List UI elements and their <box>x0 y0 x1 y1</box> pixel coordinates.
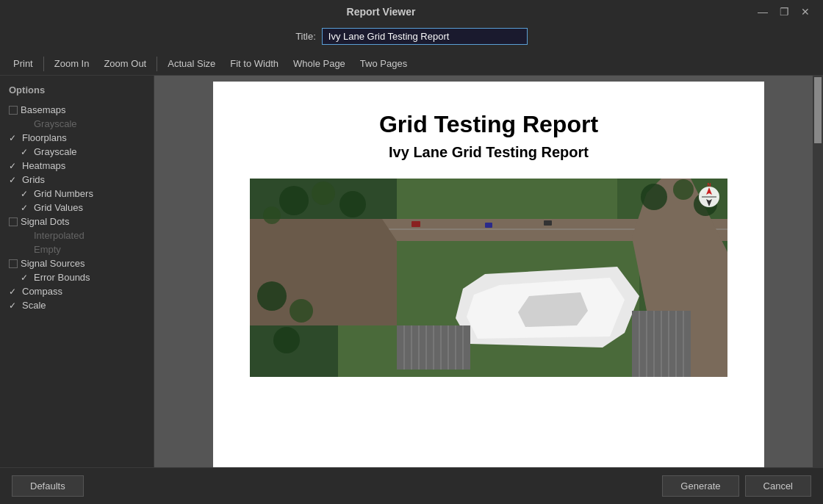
actual-size-button[interactable]: Actual Size <box>160 55 223 72</box>
svg-point-32 <box>339 191 366 217</box>
sidebar-item-empty: Empty <box>6 242 148 256</box>
aerial-image: N <box>250 179 727 377</box>
signal-sources-label: Signal Sources <box>21 258 85 269</box>
sidebar-item-floorplans[interactable]: ✓ Floorplans <box>6 131 148 145</box>
signal-sources-checkbox[interactable] <box>9 259 18 268</box>
grids-label: Grids <box>22 174 45 185</box>
sidebar-item-scale[interactable]: ✓ Scale <box>6 298 148 312</box>
basemaps-label: Basemaps <box>21 104 65 115</box>
svg-point-33 <box>263 206 281 224</box>
error-bounds-label: Error Bounds <box>34 272 90 283</box>
compass-label: Compass <box>22 286 62 297</box>
toolbar-sep-1 <box>43 57 44 71</box>
svg-marker-11 <box>518 292 588 327</box>
grids-check-icon: ✓ <box>9 175 19 185</box>
svg-rect-41 <box>485 223 492 228</box>
grid-values-label: Grid Values <box>34 202 83 213</box>
svg-text:N: N <box>707 182 711 187</box>
sidebar-item-grid-values[interactable]: ✓ Grid Values <box>6 201 148 215</box>
report-subtitle: Ivy Lane Grid Testing Report <box>389 144 589 161</box>
heatmaps-label: Heatmaps <box>22 160 65 171</box>
grayscale-basemap-label: Grayscale <box>34 118 77 129</box>
scrollbar-track[interactable] <box>813 76 823 467</box>
window-title: Report Viewer <box>347 6 416 18</box>
two-pages-button[interactable]: Two Pages <box>353 55 414 72</box>
report-page: Grid Testing Report Ivy Lane Grid Testin… <box>213 82 764 467</box>
scrollbar-thumb[interactable] <box>814 77 822 143</box>
toolbar: Print Zoom In Zoom Out Actual Size Fit t… <box>0 49 823 76</box>
title-bar: Report Viewer — ❐ ✕ <box>0 0 823 24</box>
zoom-in-button[interactable]: Zoom In <box>47 55 97 72</box>
title-label: Title: <box>295 31 316 42</box>
zoom-out-button[interactable]: Zoom Out <box>96 55 154 72</box>
bottom-bar: Defaults Generate Cancel <box>0 467 823 504</box>
report-main-title: Grid Testing Report <box>379 111 598 138</box>
basemaps-checkbox[interactable] <box>9 106 18 115</box>
minimize-button[interactable]: — <box>753 5 772 18</box>
restore-button[interactable]: ❐ <box>775 5 794 18</box>
bottom-right-buttons: Generate Cancel <box>662 475 811 497</box>
svg-rect-42 <box>544 220 552 226</box>
options-title: Options <box>6 84 148 96</box>
sidebar-item-grids[interactable]: ✓ Grids <box>6 173 148 187</box>
svg-rect-40 <box>412 221 420 227</box>
sidebar-item-basemaps[interactable]: Basemaps <box>6 103 148 117</box>
svg-point-37 <box>257 281 287 311</box>
sidebar-item-grid-numbers[interactable]: ✓ Grid Numbers <box>6 187 148 201</box>
svg-point-38 <box>290 299 313 323</box>
sidebar-item-compass[interactable]: ✓ Compass <box>6 284 148 298</box>
svg-point-31 <box>312 181 335 205</box>
generate-button[interactable]: Generate <box>662 475 738 497</box>
compass-check-icon: ✓ <box>9 287 19 297</box>
interpolated-label: Interpolated <box>34 230 85 241</box>
report-preview[interactable]: Grid Testing Report Ivy Lane Grid Testin… <box>154 76 823 467</box>
title-input[interactable] <box>322 28 528 45</box>
sidebar-item-heatmaps[interactable]: ✓ Heatmaps <box>6 159 148 173</box>
fit-to-width-button[interactable]: Fit to Width <box>223 55 286 72</box>
svg-point-35 <box>673 179 694 200</box>
print-button[interactable]: Print <box>6 55 40 72</box>
close-button[interactable]: ✕ <box>797 5 814 18</box>
whole-page-button[interactable]: Whole Page <box>286 55 353 72</box>
svg-point-39 <box>273 327 300 353</box>
defaults-button[interactable]: Defaults <box>12 475 84 497</box>
grid-numbers-label: Grid Numbers <box>34 188 93 199</box>
toolbar-sep-2 <box>157 57 157 71</box>
sidebar-item-signal-sources[interactable]: Signal Sources <box>6 256 148 270</box>
signal-dots-label: Signal Dots <box>21 216 69 227</box>
error-bounds-check-icon: ✓ <box>21 273 31 283</box>
aerial-svg: N <box>250 179 727 377</box>
floorplans-check-icon: ✓ <box>9 133 19 143</box>
grid-numbers-check-icon: ✓ <box>21 189 31 199</box>
sidebar-item-signal-dots[interactable]: Signal Dots <box>6 215 148 228</box>
cancel-button[interactable]: Cancel <box>745 475 811 497</box>
empty-label: Empty <box>34 244 61 255</box>
scale-check-icon: ✓ <box>9 300 19 311</box>
sidebar-item-grayscale-floor[interactable]: ✓ Grayscale <box>6 145 148 159</box>
sidebar: Options Basemaps Grayscale ✓ Floorplans … <box>0 76 154 467</box>
main-area: Options Basemaps Grayscale ✓ Floorplans … <box>0 76 823 467</box>
sidebar-item-interpolated: Interpolated <box>6 228 148 242</box>
sidebar-item-grayscale-basemap: Grayscale <box>6 117 148 131</box>
floorplans-label: Floorplans <box>22 132 67 143</box>
svg-point-34 <box>641 184 667 210</box>
scale-label: Scale <box>22 300 46 311</box>
signal-dots-checkbox[interactable] <box>9 217 18 226</box>
grayscale-floor-check-icon: ✓ <box>21 147 31 157</box>
sidebar-item-error-bounds[interactable]: ✓ Error Bounds <box>6 270 148 284</box>
heatmaps-check-icon: ✓ <box>9 161 19 171</box>
grid-values-check-icon: ✓ <box>21 203 31 213</box>
grayscale-floor-label: Grayscale <box>34 146 77 157</box>
svg-point-30 <box>279 186 309 215</box>
